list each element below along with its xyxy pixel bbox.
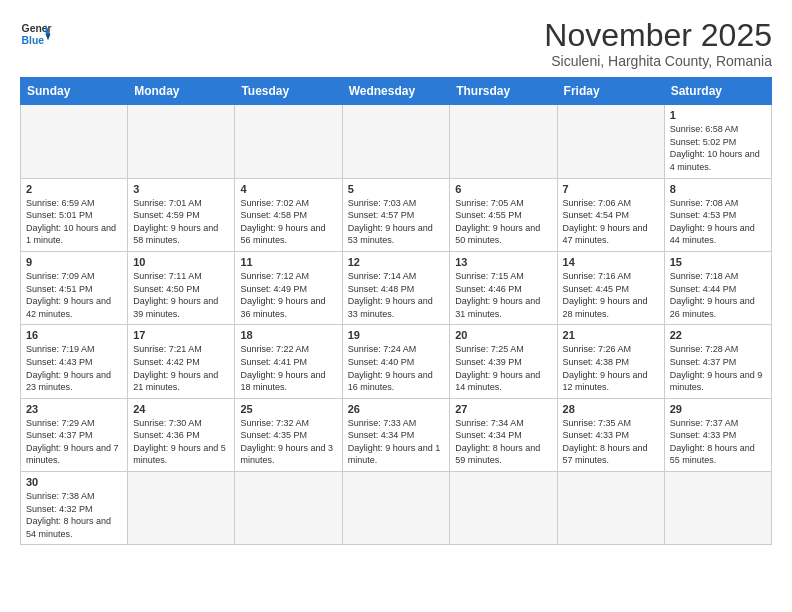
- table-row: 15Sunrise: 7:18 AM Sunset: 4:44 PM Dayli…: [664, 251, 771, 324]
- table-row: [342, 472, 450, 545]
- table-row: [557, 472, 664, 545]
- table-row: 17Sunrise: 7:21 AM Sunset: 4:42 PM Dayli…: [128, 325, 235, 398]
- table-row: 28Sunrise: 7:35 AM Sunset: 4:33 PM Dayli…: [557, 398, 664, 471]
- table-row: [557, 105, 664, 178]
- table-row: [450, 105, 557, 178]
- logo: General Blue: [20, 18, 52, 50]
- table-row: 14Sunrise: 7:16 AM Sunset: 4:45 PM Dayli…: [557, 251, 664, 324]
- col-monday: Monday: [128, 78, 235, 105]
- svg-text:Blue: Blue: [22, 35, 45, 46]
- table-row: 16Sunrise: 7:19 AM Sunset: 4:43 PM Dayli…: [21, 325, 128, 398]
- table-row: 24Sunrise: 7:30 AM Sunset: 4:36 PM Dayli…: [128, 398, 235, 471]
- table-row: 3Sunrise: 7:01 AM Sunset: 4:59 PM Daylig…: [128, 178, 235, 251]
- table-row: 23Sunrise: 7:29 AM Sunset: 4:37 PM Dayli…: [21, 398, 128, 471]
- table-row: 13Sunrise: 7:15 AM Sunset: 4:46 PM Dayli…: [450, 251, 557, 324]
- table-row: 18Sunrise: 7:22 AM Sunset: 4:41 PM Dayli…: [235, 325, 342, 398]
- svg-marker-3: [46, 34, 51, 40]
- table-row: [21, 105, 128, 178]
- table-row: 11Sunrise: 7:12 AM Sunset: 4:49 PM Dayli…: [235, 251, 342, 324]
- table-row: 1Sunrise: 6:58 AM Sunset: 5:02 PM Daylig…: [664, 105, 771, 178]
- table-row: 12Sunrise: 7:14 AM Sunset: 4:48 PM Dayli…: [342, 251, 450, 324]
- table-row: 20Sunrise: 7:25 AM Sunset: 4:39 PM Dayli…: [450, 325, 557, 398]
- col-sunday: Sunday: [21, 78, 128, 105]
- table-row: 21Sunrise: 7:26 AM Sunset: 4:38 PM Dayli…: [557, 325, 664, 398]
- col-saturday: Saturday: [664, 78, 771, 105]
- table-row: 30Sunrise: 7:38 AM Sunset: 4:32 PM Dayli…: [21, 472, 128, 545]
- col-friday: Friday: [557, 78, 664, 105]
- calendar-subtitle: Siculeni, Harghita County, Romania: [544, 53, 772, 69]
- title-block: November 2025 Siculeni, Harghita County,…: [544, 18, 772, 69]
- col-tuesday: Tuesday: [235, 78, 342, 105]
- table-row: 25Sunrise: 7:32 AM Sunset: 4:35 PM Dayli…: [235, 398, 342, 471]
- header: General Blue November 2025 Siculeni, Har…: [20, 18, 772, 69]
- table-row: [235, 472, 342, 545]
- table-row: [664, 472, 771, 545]
- table-row: 10Sunrise: 7:11 AM Sunset: 4:50 PM Dayli…: [128, 251, 235, 324]
- table-row: [235, 105, 342, 178]
- table-row: 4Sunrise: 7:02 AM Sunset: 4:58 PM Daylig…: [235, 178, 342, 251]
- table-row: [342, 105, 450, 178]
- table-row: 8Sunrise: 7:08 AM Sunset: 4:53 PM Daylig…: [664, 178, 771, 251]
- calendar-table: Sunday Monday Tuesday Wednesday Thursday…: [20, 77, 772, 545]
- table-row: [128, 105, 235, 178]
- page: General Blue November 2025 Siculeni, Har…: [0, 0, 792, 555]
- logo-icon: General Blue: [20, 18, 52, 50]
- calendar-title: November 2025: [544, 18, 772, 53]
- table-row: 5Sunrise: 7:03 AM Sunset: 4:57 PM Daylig…: [342, 178, 450, 251]
- col-thursday: Thursday: [450, 78, 557, 105]
- col-wednesday: Wednesday: [342, 78, 450, 105]
- table-row: [128, 472, 235, 545]
- table-row: 6Sunrise: 7:05 AM Sunset: 4:55 PM Daylig…: [450, 178, 557, 251]
- table-row: 19Sunrise: 7:24 AM Sunset: 4:40 PM Dayli…: [342, 325, 450, 398]
- table-row: [450, 472, 557, 545]
- table-row: 29Sunrise: 7:37 AM Sunset: 4:33 PM Dayli…: [664, 398, 771, 471]
- table-row: 26Sunrise: 7:33 AM Sunset: 4:34 PM Dayli…: [342, 398, 450, 471]
- table-row: 9Sunrise: 7:09 AM Sunset: 4:51 PM Daylig…: [21, 251, 128, 324]
- calendar-header-row: Sunday Monday Tuesday Wednesday Thursday…: [21, 78, 772, 105]
- table-row: 22Sunrise: 7:28 AM Sunset: 4:37 PM Dayli…: [664, 325, 771, 398]
- table-row: 2Sunrise: 6:59 AM Sunset: 5:01 PM Daylig…: [21, 178, 128, 251]
- table-row: 27Sunrise: 7:34 AM Sunset: 4:34 PM Dayli…: [450, 398, 557, 471]
- table-row: 7Sunrise: 7:06 AM Sunset: 4:54 PM Daylig…: [557, 178, 664, 251]
